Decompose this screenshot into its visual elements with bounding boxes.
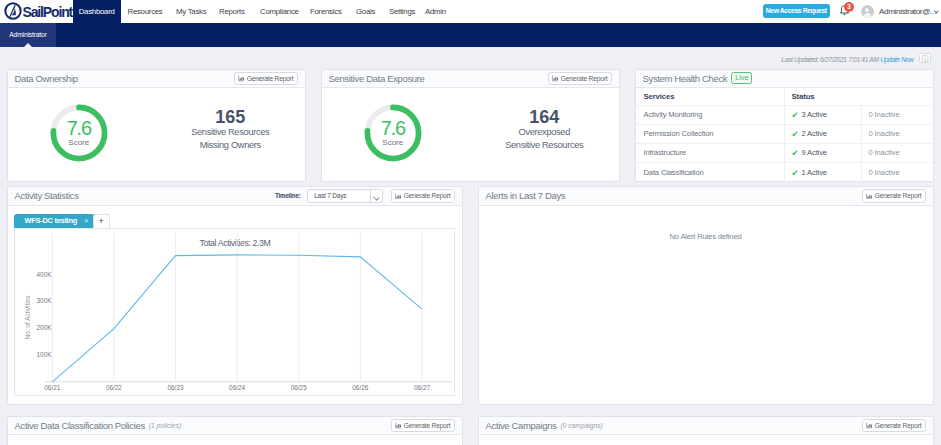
svg-text:06/22: 06/22: [106, 384, 122, 391]
svg-text:06/23: 06/23: [167, 384, 183, 391]
svg-text:06/27: 06/27: [414, 384, 430, 391]
svg-text:06/21: 06/21: [44, 384, 60, 391]
svg-text:300K: 300K: [36, 297, 52, 304]
svg-text:06/25: 06/25: [290, 384, 306, 391]
svg-text:06/24: 06/24: [229, 384, 245, 391]
svg-text:400K: 400K: [36, 270, 52, 277]
svg-text:200K: 200K: [36, 323, 52, 330]
svg-text:100K: 100K: [36, 350, 52, 357]
svg-text:Total Activities: 2.3M: Total Activities: 2.3M: [199, 238, 270, 248]
svg-text:No. of Activities: No. of Activities: [23, 295, 30, 339]
svg-text:06/26: 06/26: [352, 384, 368, 391]
